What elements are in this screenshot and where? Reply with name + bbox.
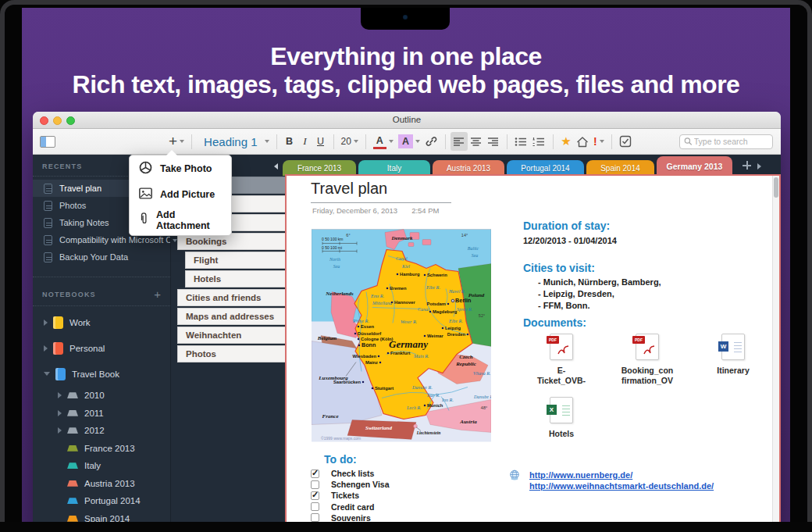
notebook-tab[interactable]: Portugal 2014	[507, 160, 584, 176]
recents-item[interactable]: Backup Your Data	[33, 248, 170, 266]
important-tag-dropdown[interactable]: !	[591, 132, 607, 151]
notebook-item[interactable]: Personal	[33, 335, 170, 361]
page-row[interactable]: Cities and friends	[177, 289, 285, 306]
highlight-color-dropdown[interactable]: A	[396, 132, 422, 151]
notebook-tab[interactable]: Germany 2013	[657, 156, 732, 176]
numbered-list-button[interactable]	[530, 132, 548, 151]
menu-item[interactable]: Take Photo	[130, 155, 231, 181]
todo-checkbox[interactable]	[311, 491, 319, 500]
page-row-label: Hotels	[194, 274, 221, 284]
paragraph-style-dropdown[interactable]: Heading 1	[197, 132, 271, 151]
collapse-chevron-icon[interactable]	[173, 239, 177, 242]
notebook-tab[interactable]: France 2013	[283, 160, 356, 176]
add-notebook-button[interactable]: +	[154, 288, 161, 300]
link[interactable]: http://www.weihnachtsmarkt-deutschland.d…	[529, 480, 714, 491]
align-left-icon	[453, 137, 465, 147]
note-title[interactable]: Travel plan	[311, 180, 387, 198]
scroll-tabs-left-icon[interactable]	[274, 163, 278, 170]
svg-text:Denmark: Denmark	[390, 235, 413, 241]
expand-arrow-icon[interactable]	[58, 410, 62, 416]
svg-text:Vltava R.: Vltava R.	[473, 371, 490, 376]
todo-checkbox[interactable]	[311, 502, 319, 511]
document-item[interactable]: XHotels	[530, 397, 593, 439]
svg-text:Hannover: Hannover	[394, 300, 415, 305]
scrollbar[interactable]	[772, 176, 779, 522]
svg-text:Mittelland: Mittelland	[372, 301, 393, 305]
svg-text:Frankfurt: Frankfurt	[390, 351, 411, 355]
notebook-tab[interactable]: Italy	[358, 160, 430, 176]
notebook-tab[interactable]: Austria 2013	[433, 160, 504, 176]
page-row[interactable]: Weihnachten	[177, 327, 285, 344]
title-bar: Outline	[33, 112, 781, 129]
add-content-button[interactable]: +	[166, 132, 187, 151]
notebook-item[interactable]: 2010	[33, 387, 170, 405]
scroll-tabs-right-icon[interactable]	[757, 163, 761, 170]
todo-checkbox[interactable]	[311, 470, 319, 478]
document-label: Itinerary	[717, 366, 749, 376]
notebook-tab[interactable]: Spain 2014	[586, 160, 654, 176]
page-row[interactable]: Maps and addresses	[177, 308, 285, 325]
todo-checkbox[interactable]	[311, 480, 319, 489]
document-item[interactable]: PDFBooking_confirmation_OV	[616, 334, 678, 386]
todo-item: Schengen Visa	[311, 479, 390, 490]
favorite-star-button[interactable]: ★	[558, 132, 574, 151]
notebook-item[interactable]: 2012	[33, 422, 170, 440]
cities-list: - Munich, Nürnberg, Bamberg,- Leipzig, D…	[538, 277, 661, 312]
headline: Everything in one place Rich text, image…	[22, 42, 790, 98]
align-center-button[interactable]	[468, 132, 485, 151]
notebook-item[interactable]: Spain 2014	[33, 510, 170, 523]
align-left-button[interactable]	[451, 132, 468, 151]
recents-item-label: Travel plan	[59, 184, 102, 193]
svg-text:Liechtenstein: Liechtenstein	[416, 430, 441, 435]
chevron-down-icon	[354, 140, 358, 143]
expand-arrow-icon[interactable]	[44, 320, 48, 326]
notebook-item-label: Personal	[69, 344, 105, 353]
expand-arrow-icon[interactable]	[44, 345, 48, 352]
todo-checkbox-button[interactable]	[617, 132, 634, 151]
notebook-item[interactable]: Italy	[33, 457, 170, 475]
notebook-item[interactable]: 2011	[33, 405, 170, 423]
font-size-dropdown[interactable]: 20	[339, 132, 361, 151]
insert-link-button[interactable]	[422, 132, 440, 151]
note-icon	[44, 235, 52, 245]
page-row[interactable]: Photos	[177, 345, 285, 362]
notebook-item[interactable]: Travel Book	[33, 361, 170, 387]
todo-checkbox[interactable]	[311, 513, 319, 522]
link[interactable]: http://www.nuernberg.de/	[529, 470, 714, 480]
excel-file-icon: X	[550, 397, 573, 423]
align-right-button[interactable]	[485, 132, 502, 151]
checkbox-icon	[619, 135, 632, 148]
document-item[interactable]: PDFE-Ticket_OVB-	[530, 334, 593, 386]
notebook-item[interactable]: Portugal 2014	[33, 492, 170, 510]
search-box[interactable]	[679, 134, 773, 149]
document-label: E-Ticket_OVB-	[537, 366, 586, 386]
text-color-dropdown[interactable]: A	[371, 132, 396, 151]
menu-item[interactable]: Add Picture	[130, 181, 231, 207]
date-text: Friday, December 6, 2013	[312, 206, 397, 215]
sidebar-toggle-icon[interactable]	[40, 136, 55, 148]
bullet-list-button[interactable]	[512, 132, 530, 151]
notebook-item[interactable]: Austria 2013	[33, 475, 170, 493]
notebook-item[interactable]: Work	[33, 309, 170, 335]
home-button[interactable]	[574, 132, 591, 151]
search-input[interactable]	[693, 136, 768, 147]
page-row[interactable]: Flight	[185, 252, 285, 269]
notebook-icon	[55, 368, 66, 380]
bold-button[interactable]: B	[282, 132, 297, 151]
notebook-item[interactable]: France 2013	[33, 440, 170, 458]
svg-text:Canal: Canal	[418, 307, 429, 312]
duration-value: 12/20/2013 - 01/04/2014	[523, 236, 617, 245]
document-item[interactable]: WItinerary	[702, 334, 764, 386]
italic-button[interactable]: I	[297, 132, 313, 151]
headline-line1: Everything in one place	[22, 42, 790, 70]
add-section-button[interactable]	[743, 161, 751, 170]
underline-button[interactable]: U	[313, 132, 329, 151]
page-row[interactable]: Hotels	[185, 270, 285, 287]
scrollbar-thumb[interactable]	[774, 177, 778, 198]
expand-arrow-icon[interactable]	[58, 392, 62, 398]
expand-arrow-icon[interactable]	[44, 372, 50, 376]
expand-arrow-icon[interactable]	[58, 427, 62, 434]
menu-item[interactable]: Add Attachment	[130, 207, 231, 233]
document-label-line: Hotels	[549, 429, 574, 439]
svg-text:Canal: Canal	[396, 256, 408, 261]
